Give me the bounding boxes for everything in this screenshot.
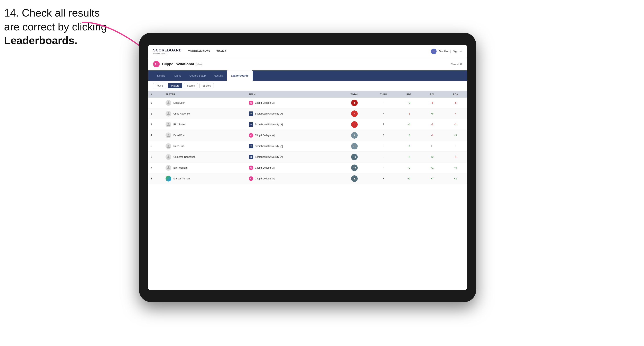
cell-rd2: -4 xyxy=(420,130,444,141)
cell-rd3: E xyxy=(444,141,467,152)
team-icon: ☰ xyxy=(249,111,253,116)
tab-leaderboards[interactable]: Leaderboards xyxy=(227,70,252,81)
tab-teams[interactable]: Teams xyxy=(170,70,185,81)
team-name: Clippd College [A] xyxy=(255,134,274,137)
team-name: Scoreboard University [A] xyxy=(255,145,283,148)
table-row: 1Elliot EbertCClippd College [A]-8F+3-6-… xyxy=(148,98,467,108)
filter-players[interactable]: Players xyxy=(168,83,182,88)
cell-rd3: +3 xyxy=(444,130,467,141)
cell-rank: 3 xyxy=(148,119,163,130)
tablet-device: SCOREBOARD Powered by clippd TOURNAMENTS… xyxy=(139,33,476,302)
cell-thru: F xyxy=(370,141,397,152)
nav-teams[interactable]: TEAMS xyxy=(216,49,226,54)
tournament-tag: (Men) xyxy=(196,63,202,66)
cell-rd1: +2 xyxy=(397,163,420,173)
player-name: Marcus Turners xyxy=(173,177,190,180)
score-badge: +11 xyxy=(351,175,358,182)
player-name: Rees Britt xyxy=(173,145,184,148)
cell-total: E xyxy=(339,130,370,141)
cell-team: ☰Scoreboard University [A] xyxy=(246,119,339,130)
cell-rd1: -5 xyxy=(397,108,420,119)
team-name: Clippd College [A] xyxy=(255,166,274,169)
cell-rank: 7 xyxy=(148,163,163,173)
top-navigation: SCOREBOARD Powered by clippd TOURNAMENTS… xyxy=(148,45,467,58)
user-label: Test User | xyxy=(439,50,451,53)
cell-rd3: -1 xyxy=(444,152,467,163)
table-row: 8Marcus TurnersCClippd College [A]+11F+2… xyxy=(148,173,467,184)
cell-rd2: +1 xyxy=(420,163,444,173)
cell-rank: 5 xyxy=(148,141,163,152)
cell-team: ☰Scoreboard University [A] xyxy=(246,108,339,119)
player-avatar xyxy=(166,100,171,106)
cell-total: -4 xyxy=(339,108,370,119)
score-badge: E xyxy=(351,132,358,139)
player-name: Chris Robertson xyxy=(173,112,191,115)
filter-teams[interactable]: Teams xyxy=(153,83,166,88)
cell-total: -8 xyxy=(339,98,370,108)
cell-total: +1 xyxy=(339,141,370,152)
player-avatar xyxy=(166,122,171,127)
cell-team: CClippd College [A] xyxy=(246,130,339,141)
player-name: David Ford xyxy=(173,134,185,137)
team-icon: ☰ xyxy=(249,144,253,148)
cell-player: Rich Butler xyxy=(163,119,246,130)
team-name: Scoreboard University [A] xyxy=(255,156,283,159)
cell-thru: F xyxy=(370,152,397,163)
team-name: Scoreboard University [A] xyxy=(255,123,283,126)
tab-results[interactable]: Results xyxy=(210,70,227,81)
cell-thru: F xyxy=(370,173,397,184)
svg-point-4 xyxy=(168,134,169,135)
cell-rank: 2 xyxy=(148,108,163,119)
filter-scores[interactable]: Scores xyxy=(184,83,198,88)
cell-rd2: E xyxy=(420,141,444,152)
cell-rd2: +7 xyxy=(420,173,444,184)
cell-thru: F xyxy=(370,130,397,141)
svg-point-6 xyxy=(168,156,169,157)
table-row: 4David FordCClippd College [A]EF+1-4+3 xyxy=(148,130,467,141)
cell-rd1: +2 xyxy=(397,173,420,184)
svg-point-2 xyxy=(168,112,169,114)
cancel-button[interactable]: Cancel ✕ xyxy=(451,63,462,66)
cell-team: CClippd College [A] xyxy=(246,98,339,108)
filter-strokes[interactable]: Strokes xyxy=(200,83,214,88)
user-avatar: TU xyxy=(431,49,436,54)
team-icon: C xyxy=(249,166,253,170)
tab-course-setup[interactable]: Course Setup xyxy=(185,70,210,81)
svg-point-3 xyxy=(168,123,169,125)
sign-out-link[interactable]: Sign out xyxy=(453,50,462,53)
player-avatar xyxy=(166,133,171,138)
logo-text: SCOREBOARD xyxy=(153,48,182,52)
leaderboard-table: # PLAYER TEAM TOTAL THRU RD1 RD2 RD3 1El… xyxy=(148,91,467,184)
score-badge: -2 xyxy=(351,121,358,128)
cell-thru: F xyxy=(370,119,397,130)
team-icon: ☰ xyxy=(249,155,253,159)
nav-tournaments[interactable]: TOURNAMENTS xyxy=(188,49,210,54)
cell-rd2: +5 xyxy=(420,108,444,119)
player-name: Cameron Robertson xyxy=(173,156,196,159)
logo-sub: Powered by clippd xyxy=(153,52,182,54)
cell-rd1: +1 xyxy=(397,141,420,152)
score-badge: +9 xyxy=(351,165,358,171)
tab-details[interactable]: Details xyxy=(153,70,170,81)
cell-rank: 4 xyxy=(148,130,163,141)
cell-total: -2 xyxy=(339,119,370,130)
cell-total: +9 xyxy=(339,163,370,173)
cell-rd3: +6 xyxy=(444,163,467,173)
score-badge: +6 xyxy=(351,154,358,160)
cell-rd1: +1 xyxy=(397,130,420,141)
cell-team: ☰Scoreboard University [A] xyxy=(246,141,339,152)
nav-links: TOURNAMENTS TEAMS xyxy=(188,49,431,54)
score-badge: -8 xyxy=(351,100,358,106)
col-rd1: RD1 xyxy=(397,91,420,98)
tab-bar: Details Teams Course Setup Results Leade… xyxy=(148,70,467,81)
cell-player: Elliot Ebert xyxy=(163,98,246,108)
filter-bar: Teams Players Scores Strokes xyxy=(148,81,467,91)
logo-area: SCOREBOARD Powered by clippd xyxy=(153,48,182,54)
cell-rd1: +3 xyxy=(397,98,420,108)
cell-thru: F xyxy=(370,163,397,173)
team-icon: C xyxy=(249,101,253,105)
player-name: Blair McHarg xyxy=(173,166,188,169)
cell-rd3: -1 xyxy=(444,119,467,130)
cell-player: David Ford xyxy=(163,130,246,141)
score-badge: -4 xyxy=(351,110,358,117)
